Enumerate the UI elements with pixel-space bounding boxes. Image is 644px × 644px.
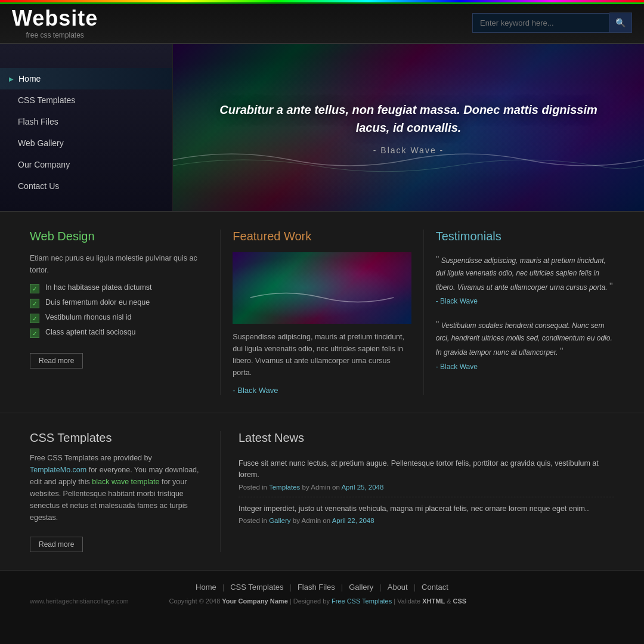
sidebar-item-flash-files-label: Flash Files: [18, 117, 58, 126]
templatemo-link[interactable]: TemplateMo.com: [30, 466, 86, 474]
hero: Curabitur a ante tellus, non feugiat mas…: [173, 44, 644, 211]
news-item-1: Fusce sit amet nunc lectus, at pretium a…: [239, 452, 614, 497]
checklist-item-1: ✓ In hac habitasse platea dictumst: [30, 283, 208, 293]
search-button[interactable]: 🔍: [609, 13, 632, 33]
featured-attribution[interactable]: - Black Wave: [233, 386, 278, 395]
sidebar-item-home-label: Home: [18, 74, 41, 83]
testimonial-1: " Suspendisse adipiscing, mauris at pret…: [436, 252, 614, 305]
testimonial-2: " Vestibulum sodales hendrerit consequat…: [436, 317, 614, 370]
check-icon-2: ✓: [30, 299, 39, 308]
testimonials-title: Testimonials: [436, 230, 614, 243]
footer-xhtml: XHTML: [422, 597, 445, 605]
three-columns: Web Design Etiam nec purus eu ligula mol…: [0, 212, 644, 413]
featured-work-title: Featured Work: [233, 230, 411, 243]
checklist-label-2: Duis fermentum dolor eu neque: [45, 298, 150, 306]
check-icon-1: ✓: [30, 284, 39, 293]
hero-quote: Curabitur a ante tellus, non feugiat mas…: [215, 101, 602, 137]
footer-nav-contact[interactable]: Contact: [422, 583, 448, 592]
sidebar-item-contact-us[interactable]: Contact Us: [0, 175, 172, 197]
news-1-author: Admin: [311, 484, 330, 491]
news-1-category-link[interactable]: Templates: [269, 484, 300, 491]
featured-work-col: Featured Work Suspendisse adipiscing, ma…: [221, 230, 423, 395]
testimonial-2-text: " Vestibulum sodales hendrerit consequat…: [436, 317, 614, 359]
footer-nav-home[interactable]: Home: [196, 583, 216, 592]
news-meta-2: Posted in Gallery by Admin on April 22, …: [239, 517, 614, 524]
hero-attribution: - Black Wave -: [215, 145, 602, 155]
header: Website free css templates 🔍: [0, 2, 644, 44]
footer-designer-link[interactable]: Free CSS Templates: [332, 597, 392, 605]
footer-divider-3: |: [341, 583, 343, 592]
featured-desc: Suspendisse adipiscing, mauris at pretiu…: [233, 331, 411, 379]
css-templates-text: Free CSS Templates are provided by Templ…: [30, 452, 202, 524]
site-subtitle: free css templates: [12, 31, 98, 39]
search-box: 🔍: [472, 13, 632, 33]
footer-nav: Home | CSS Templates | Flash Files | Gal…: [30, 583, 614, 592]
news-2-category-link[interactable]: Gallery: [269, 517, 290, 524]
news-text-1: Fusce sit amet nunc lectus, at pretium a…: [239, 458, 614, 481]
featured-image: [233, 252, 411, 324]
sidebar-item-home[interactable]: Home: [0, 68, 172, 89]
sidebar-item-css-templates[interactable]: CSS Templates: [0, 89, 172, 111]
css-templates-read-more[interactable]: Read more: [30, 537, 83, 552]
check-icon-4: ✓: [30, 329, 39, 338]
hero-content: Curabitur a ante tellus, non feugiat mas…: [191, 77, 626, 179]
site-brand: Website free css templates: [12, 6, 98, 39]
css-templates-col: CSS Templates Free CSS Templates are pro…: [30, 431, 221, 552]
footer-divider-2: |: [290, 583, 292, 592]
checklist-item-4: ✓ Class aptent taciti sociosqu: [30, 328, 208, 338]
checklist-item-2: ✓ Duis fermentum dolor eu neque: [30, 298, 208, 308]
latest-news-title: Latest News: [239, 431, 614, 445]
sidebar-item-flash-files[interactable]: Flash Files: [0, 111, 172, 132]
web-design-title: Web Design: [30, 230, 208, 243]
news-1-date-link[interactable]: April 25, 2048: [341, 484, 383, 491]
testimonial-1-source[interactable]: - Black Wave: [436, 297, 614, 305]
news-text-2: Integer imperdiet, justo ut venenatis ve…: [239, 503, 614, 515]
footer-divider-5: |: [414, 583, 416, 592]
testimonials-col: Testimonials " Suspendisse adipiscing, m…: [424, 230, 614, 395]
footer-nav-flash-files[interactable]: Flash Files: [298, 583, 335, 592]
footer-css: CSS: [453, 597, 467, 605]
sidebar-item-our-company[interactable]: Our Company: [0, 154, 172, 175]
checklist-label-1: In hac habitasse platea dictumst: [45, 283, 152, 292]
checklist-label-4: Class aptent taciti sociosqu: [45, 328, 135, 336]
footer-nav-about[interactable]: About: [388, 583, 408, 592]
css-templates-title: CSS Templates: [30, 431, 202, 445]
testimonial-1-text: " Suspendisse adipiscing, mauris at pret…: [436, 252, 614, 294]
news-item-2: Integer imperdiet, justo ut venenatis ve…: [239, 497, 614, 531]
sidebar-item-css-templates-label: CSS Templates: [18, 95, 75, 105]
footer-url: www.heritagechristiancollege.com: [30, 597, 129, 605]
bottom-section: CSS Templates Free CSS Templates are pro…: [0, 413, 644, 570]
testimonial-2-source[interactable]: - Black Wave: [436, 363, 614, 371]
web-design-col: Web Design Etiam nec purus eu ligula mol…: [30, 230, 221, 395]
web-design-read-more[interactable]: Read more: [30, 353, 83, 369]
news-2-date-link[interactable]: April 22, 2048: [332, 517, 374, 524]
sidebar-item-our-company-label: Our Company: [18, 160, 70, 169]
search-input[interactable]: [472, 13, 609, 33]
main-wrapper: Home CSS Templates Flash Files Web Galle…: [0, 44, 644, 211]
footer-divider-4: |: [379, 583, 381, 592]
quote-close-1: ": [609, 281, 613, 292]
sidebar-item-web-gallery-label: Web Gallery: [18, 138, 64, 148]
site-title: Website: [12, 6, 98, 31]
web-design-checklist: ✓ In hac habitasse platea dictumst ✓ Dui…: [30, 283, 208, 338]
quote-close-2: ": [560, 346, 564, 357]
news-2-author: Admin: [302, 517, 321, 524]
sidebar: Home CSS Templates Flash Files Web Galle…: [0, 44, 173, 211]
footer-bottom: www.heritagechristiancollege.com Copyrig…: [30, 597, 614, 605]
sidebar-item-web-gallery[interactable]: Web Gallery: [0, 132, 172, 154]
footer-divider-1: |: [222, 583, 224, 592]
sidebar-item-contact-us-label: Contact Us: [18, 181, 59, 191]
checklist-item-3: ✓ Vestibulum rhoncus nisl id: [30, 313, 208, 323]
web-design-text: Etiam nec purus eu ligula molestie pulvi…: [30, 252, 208, 276]
black-wave-link[interactable]: black wave template: [92, 478, 159, 486]
footer: Home | CSS Templates | Flash Files | Gal…: [0, 570, 644, 617]
latest-news-col: Latest News Fusce sit amet nunc lectus, …: [221, 431, 614, 552]
footer-nav-css-templates[interactable]: CSS Templates: [230, 583, 283, 592]
quote-open-2: ": [436, 320, 439, 330]
checklist-label-3: Vestibulum rhoncus nisl id: [45, 313, 132, 321]
news-meta-1: Posted in Templates by Admin on April 25…: [239, 484, 614, 491]
footer-nav-gallery[interactable]: Gallery: [349, 583, 373, 592]
footer-company: Your Company Name: [222, 597, 287, 605]
footer-copyright: Copyright © 2048 Your Company Name | Des…: [169, 597, 467, 605]
quote-open-1: ": [436, 255, 439, 265]
